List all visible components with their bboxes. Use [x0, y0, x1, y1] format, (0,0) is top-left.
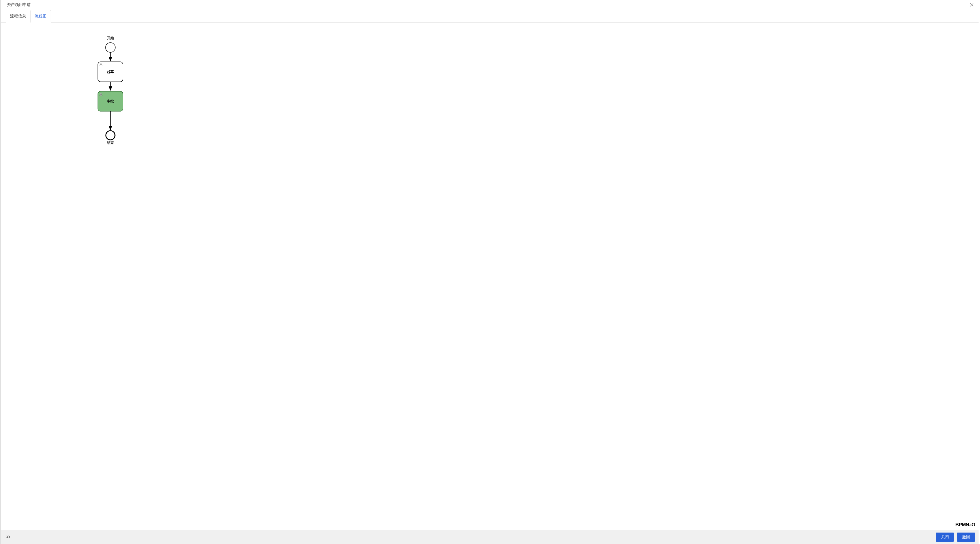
- bpmn-diagram-canvas[interactable]: 开始 起草 审批 结束 BPMN.iO: [1, 22, 978, 530]
- modal-header: 资产领用申请: [1, 0, 978, 10]
- close-button[interactable]: 关闭: [935, 533, 954, 542]
- footer-right: 关闭 撤回: [935, 533, 975, 542]
- end-label: 结束: [107, 141, 114, 145]
- infinity-icon[interactable]: [5, 534, 11, 540]
- approve-label: 审批: [107, 99, 114, 103]
- close-icon[interactable]: [969, 3, 974, 7]
- tab-process-info[interactable]: 流程信息: [6, 10, 30, 22]
- tab-process-diagram[interactable]: 流程图: [30, 10, 51, 22]
- workflow-modal: 资产领用申请 流程信息 流程图 开始: [1, 0, 980, 544]
- start-label: 开始: [107, 36, 114, 40]
- modal-title: 资产领用申请: [7, 2, 31, 8]
- start-event-node[interactable]: [105, 43, 115, 52]
- draft-label: 起草: [107, 70, 114, 74]
- end-event-node[interactable]: [106, 131, 115, 140]
- tabs-bar: 流程信息 流程图: [1, 10, 978, 22]
- modal-footer: 关闭 撤回: [1, 530, 978, 544]
- footer-left: [5, 534, 11, 540]
- withdraw-button[interactable]: 撤回: [957, 533, 975, 542]
- bpmn-io-logo[interactable]: BPMN.iO: [955, 522, 975, 528]
- bpmn-svg: 开始 起草 审批 结束: [1, 22, 978, 530]
